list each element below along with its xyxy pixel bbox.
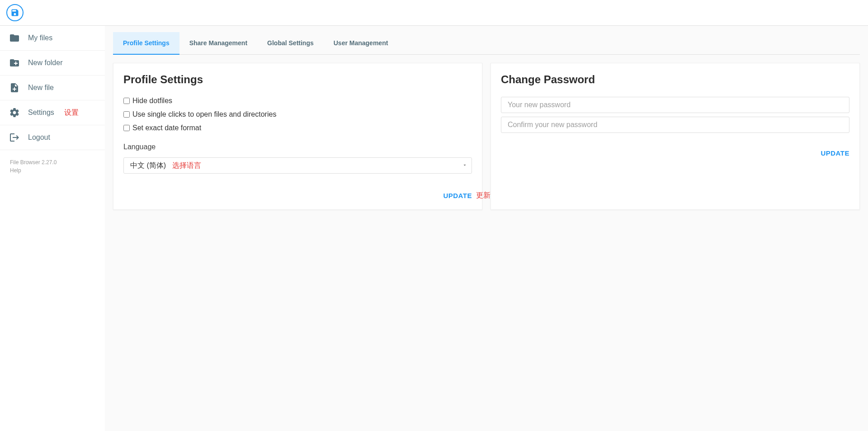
folder-icon	[9, 33, 20, 43]
checkbox-row-single-click: Use single clicks to open files and dire…	[123, 110, 472, 118]
settings-annotation: 设置	[64, 108, 79, 118]
single-click-checkbox[interactable]	[123, 111, 130, 118]
profile-settings-card: Profile Settings Hide dotfiles Use singl…	[113, 63, 482, 210]
sidebar: My files New folder New file Settings 设置	[0, 26, 105, 431]
checkbox-label[interactable]: Use single clicks to open files and dire…	[132, 110, 276, 118]
settings-tabs: Profile Settings Share Management Global…	[113, 32, 860, 55]
sidebar-item-new-file[interactable]: New file	[0, 76, 105, 100]
card-title: Change Password	[501, 73, 849, 86]
update-annotation: 更新	[476, 191, 491, 200]
language-select[interactable]: 中文 (简体) 选择语言	[123, 157, 472, 174]
header	[0, 0, 868, 26]
sidebar-item-my-files[interactable]: My files	[0, 26, 105, 51]
sidebar-item-label: Settings	[28, 109, 54, 117]
password-update-button[interactable]: UPDATE	[821, 149, 849, 157]
note-add-icon	[9, 82, 20, 93]
date-format-checkbox[interactable]	[123, 125, 130, 131]
floppy-disk-icon	[10, 8, 19, 17]
card-title: Profile Settings	[123, 73, 472, 86]
sidebar-item-label: My files	[28, 34, 52, 42]
language-value: 中文 (简体)	[130, 161, 166, 171]
sidebar-item-label: Logout	[28, 133, 50, 142]
change-password-card: Change Password UPDATE	[491, 63, 860, 210]
create-folder-icon	[9, 57, 20, 68]
logout-icon	[9, 132, 20, 143]
help-link[interactable]: Help	[10, 166, 95, 175]
app-version: File Browser 2.27.0	[10, 158, 95, 166]
settings-icon	[9, 107, 20, 118]
language-label: Language	[123, 143, 472, 151]
checkbox-row-hide-dotfiles: Hide dotfiles	[123, 97, 472, 105]
sidebar-item-label: New folder	[28, 59, 62, 67]
checkbox-label[interactable]: Hide dotfiles	[132, 97, 172, 105]
checkbox-row-date-format: Set exact date format	[123, 124, 472, 132]
tab-share-management[interactable]: Share Management	[179, 32, 257, 54]
sidebar-item-logout[interactable]: Logout	[0, 125, 105, 150]
tab-global-settings[interactable]: Global Settings	[257, 32, 324, 54]
main-content: Profile Settings Share Management Global…	[105, 26, 868, 431]
tab-profile-settings[interactable]: Profile Settings	[113, 32, 179, 55]
hide-dotfiles-checkbox[interactable]	[123, 98, 130, 104]
sidebar-item-settings[interactable]: Settings 设置	[0, 100, 105, 125]
sidebar-footer: File Browser 2.27.0 Help	[0, 150, 105, 183]
sidebar-item-label: New file	[28, 84, 54, 92]
profile-update-button[interactable]: UPDATE	[443, 192, 472, 199]
checkbox-label[interactable]: Set exact date format	[132, 124, 201, 132]
sidebar-item-new-folder[interactable]: New folder	[0, 51, 105, 76]
app-logo[interactable]	[6, 4, 24, 21]
tab-user-management[interactable]: User Management	[324, 32, 398, 54]
confirm-password-input[interactable]	[501, 117, 849, 133]
new-password-input[interactable]	[501, 97, 849, 113]
language-annotation: 选择语言	[172, 161, 201, 171]
